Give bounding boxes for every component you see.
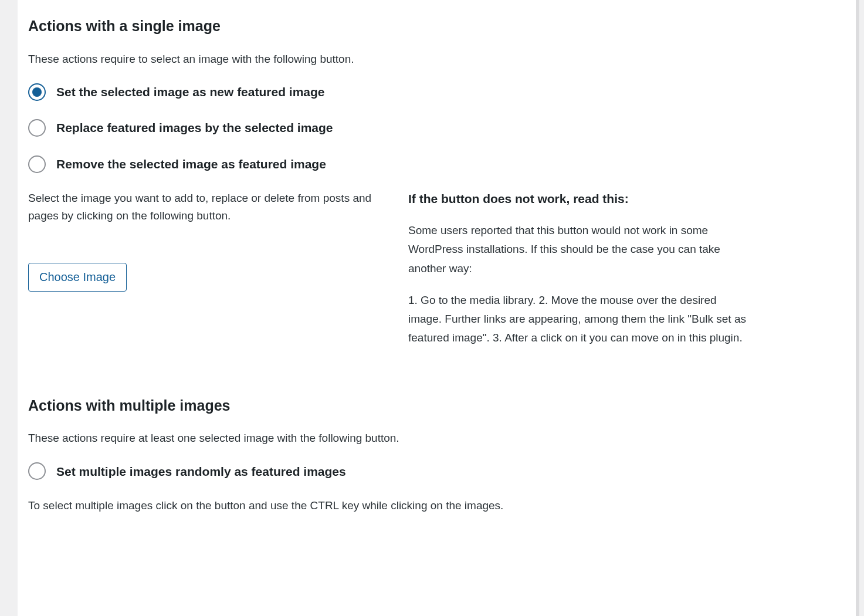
radio-icon (28, 462, 46, 480)
multiple-images-heading: Actions with multiple images (28, 395, 845, 417)
help-heading: If the button does not work, read this: (408, 189, 748, 208)
radio-set-random-featured[interactable]: Set multiple images randomly as featured… (28, 462, 845, 481)
radio-icon (28, 155, 46, 173)
single-image-heading: Actions with a single image (28, 15, 845, 38)
radio-icon (28, 83, 46, 101)
radio-replace-featured[interactable]: Replace featured images by the selected … (28, 119, 845, 137)
radio-label: Replace featured images by the selected … (56, 119, 333, 137)
single-action-radio-group: Set the selected image as new featured i… (28, 83, 845, 174)
multiple-images-intro: These actions require at least one selec… (28, 429, 845, 446)
multiple-select-hint: To select multiple images click on the b… (28, 497, 845, 514)
radio-remove-featured[interactable]: Remove the selected image as featured im… (28, 155, 845, 174)
help-paragraph-1: Some users reported that this button wou… (408, 221, 748, 278)
select-image-hint: Select the image you want to add to, rep… (28, 189, 380, 224)
radio-icon (28, 119, 46, 137)
choose-image-column: Select the image you want to add to, rep… (28, 189, 380, 292)
choose-image-button[interactable]: Choose Image (28, 263, 127, 292)
single-image-intro: These actions require to select an image… (28, 50, 845, 67)
radio-set-featured[interactable]: Set the selected image as new featured i… (28, 83, 845, 101)
multiple-action-radio-group: Set multiple images randomly as featured… (28, 462, 845, 481)
help-paragraph-2: 1. Go to the media library. 2. Move the … (408, 291, 748, 348)
radio-label: Remove the selected image as featured im… (56, 155, 326, 174)
help-column: If the button does not work, read this: … (408, 189, 748, 360)
radio-label: Set multiple images randomly as featured… (56, 462, 346, 481)
radio-label: Set the selected image as new featured i… (56, 83, 325, 101)
settings-panel: Actions with a single image These action… (18, 0, 859, 616)
single-image-columns: Select the image you want to add to, rep… (28, 189, 845, 360)
